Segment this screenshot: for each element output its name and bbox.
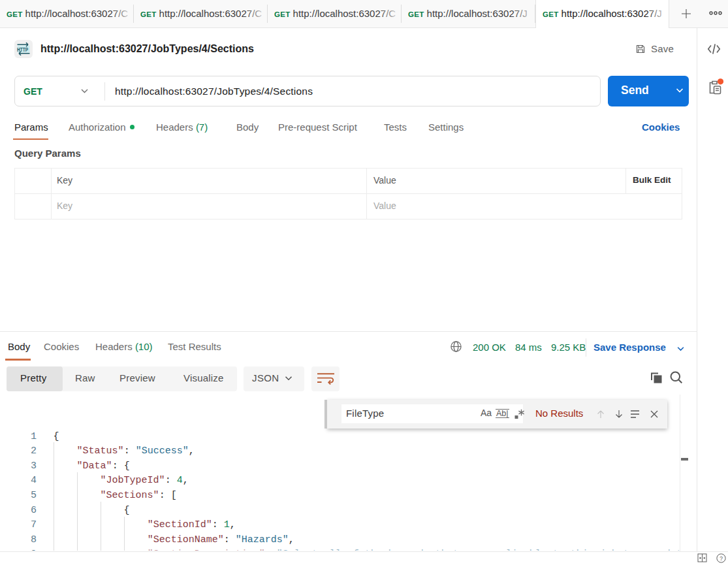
svg-text:?: ? <box>720 555 723 561</box>
